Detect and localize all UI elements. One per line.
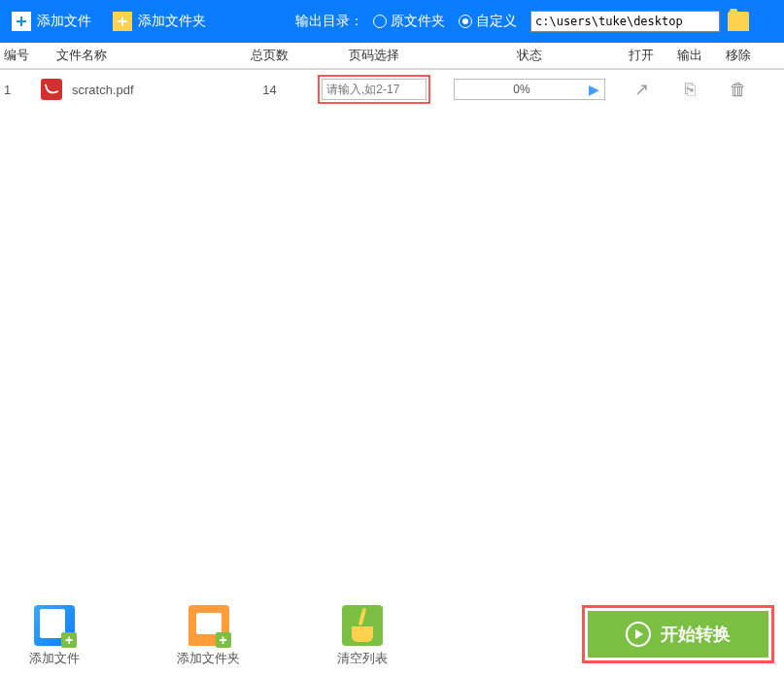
header-remove: 移除 [714,47,763,64]
radio-icon [373,15,387,28]
plus-icon [12,12,31,31]
row-num: 1 [0,83,29,97]
trash-icon[interactable]: 🗑 [730,80,747,99]
radio-original-label: 原文件夹 [391,13,445,30]
play-icon [626,622,651,647]
header-pages: 总页数 [233,47,306,64]
bottom-add-folder-label: 添加文件夹 [177,650,240,667]
header-status: 状态 [442,47,617,64]
plus-folder-icon [113,12,132,31]
progress-play-icon[interactable]: ▶ [583,80,604,99]
add-file-label: 添加文件 [37,13,91,30]
pdf-icon [41,79,62,100]
start-label: 开始转换 [661,623,731,646]
page-input-highlight [318,75,430,104]
top-toolbar: 添加文件 添加文件夹 输出目录： 原文件夹 自定义 [0,0,784,43]
page-range-input[interactable] [322,79,426,100]
row-pages: 14 [233,83,306,97]
radio-custom-label: 自定义 [476,13,517,30]
file-name: scratch.pdf [72,83,134,97]
add-folder-icon [188,605,229,646]
header-output: 输出 [665,47,714,64]
bottom-clear-list[interactable]: 清空列表 [337,605,388,667]
header-sel: 页码选择 [306,47,442,64]
header-num: 编号 [0,47,29,64]
browse-folder-button[interactable] [728,12,749,31]
output-path-input[interactable] [530,11,720,32]
output-dir-label: 输出目录： [295,13,363,30]
add-folder-button[interactable]: 添加文件夹 [113,12,206,31]
add-file-icon [34,605,75,646]
table-header: 编号 文件名称 总页数 页码选择 状态 打开 输出 移除 [0,43,784,70]
progress-bar: 0% ▶ [454,79,605,100]
header-open: 打开 [617,47,665,64]
bottom-add-file[interactable]: 添加文件 [29,605,80,667]
bottom-clear-label: 清空列表 [337,650,388,667]
broom-icon [342,605,383,646]
radio-original-folder[interactable]: 原文件夹 [373,13,445,30]
add-file-button[interactable]: 添加文件 [12,12,91,31]
bottom-add-file-label: 添加文件 [29,650,80,667]
start-convert-button[interactable]: 开始转换 [588,611,768,658]
radio-custom-folder[interactable]: 自定义 [459,13,517,30]
output-icon[interactable]: ⎘ [685,80,696,99]
start-button-highlight: 开始转换 [582,605,774,663]
add-folder-label: 添加文件夹 [138,13,206,30]
bottom-add-folder[interactable]: 添加文件夹 [177,605,240,667]
progress-text: 0% [455,83,583,96]
header-name: 文件名称 [29,47,233,64]
radio-checked-icon [459,15,472,28]
open-icon[interactable]: ↗ [634,80,649,99]
table-row: 1 scratch.pdf 14 0% ▶ ↗ ⎘ 🗑 [0,70,784,109]
